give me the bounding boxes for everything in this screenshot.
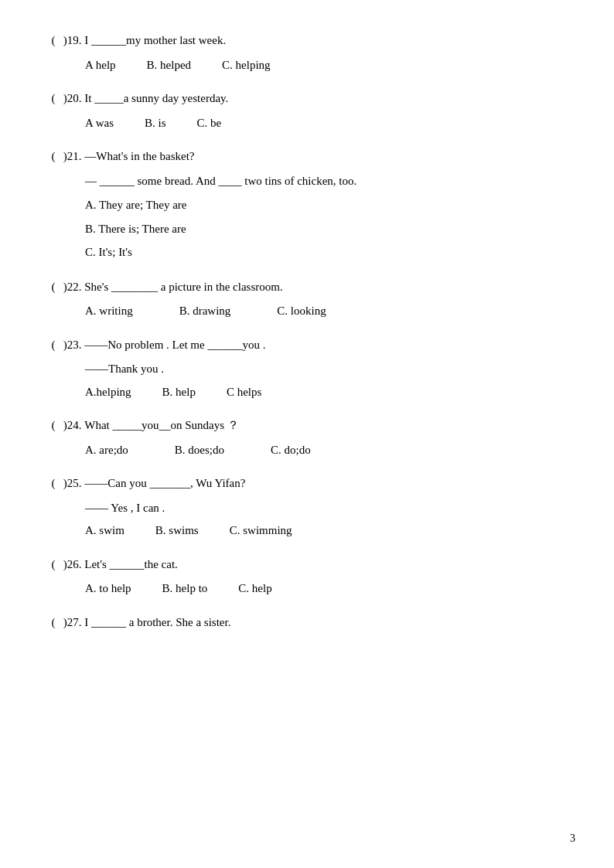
q19-text: I ______my mother last week. — [84, 31, 568, 51]
q24-option-c: C. do;do — [271, 441, 311, 461]
question-21: ( )21. —What's in the basket? — ______ s… — [46, 147, 568, 264]
q24-option-a: A. are;do — [85, 441, 128, 461]
q21-paren-close: )21. — [60, 147, 84, 167]
q26-paren: ( — [46, 555, 60, 575]
question-25: ( )25. ——Can you _______, Wu Yifan? —— Y… — [46, 474, 568, 541]
q25-text: ——Can you _______, Wu Yifan? — [84, 474, 568, 494]
q26-paren-close: )26. — [60, 555, 84, 575]
q21-sub-text: — ______ some bread. And ____ two tins o… — [85, 172, 568, 192]
q22-option-b: B. drawing — [179, 301, 231, 322]
q21-option-b: B. There is; There are — [85, 218, 568, 240]
q22-text: She's ________ a picture in the classroo… — [84, 277, 568, 298]
q26-options: A. to help B. help to C. help — [85, 579, 568, 599]
q20-option-b: B. is — [145, 114, 166, 134]
q23-options: A.helping B. help C helps — [85, 383, 568, 403]
question-24: ( )24. What _____you__on Sundays ？ A. ar… — [46, 416, 568, 460]
q22-option-c: C. looking — [277, 301, 326, 322]
q24-paren-close: )24. — [60, 416, 84, 436]
q23-text: ——No problem . Let me ______you . — [84, 335, 568, 356]
q24-text: What _____you__on Sundays ？ — [84, 416, 568, 436]
q20-options: A was B. is C. be — [85, 114, 568, 134]
q22-options: A. writing B. drawing C. looking — [85, 301, 568, 322]
q23-paren-close: )23. — [60, 335, 84, 356]
q25-paren-close: )25. — [60, 474, 84, 494]
q25-option-c: C. swimming — [230, 521, 292, 541]
q19-option-a: A help — [85, 56, 116, 76]
q25-sub-text: —— Yes , I can . — [85, 499, 568, 519]
q26-option-b: B. help to — [162, 579, 208, 599]
q24-options: A. are;do B. does;do C. do;do — [85, 441, 568, 461]
q21-paren: ( — [46, 147, 60, 167]
question-27: ( )27. I ______ a brother. She a sister. — [46, 613, 568, 633]
question-26: ( )26. Let's ______the cat. A. to help B… — [46, 555, 568, 599]
q19-option-b: B. helped — [147, 56, 192, 76]
q23-sub-text: ——Thank you . — [85, 359, 568, 380]
q19-option-c: C. helping — [222, 56, 271, 76]
q20-option-c: C. be — [197, 114, 222, 134]
q23-option-a: A.helping — [85, 383, 131, 403]
q20-option-a: A was — [85, 114, 114, 134]
q26-text: Let's ______the cat. — [84, 555, 568, 575]
q26-option-a: A. to help — [85, 579, 131, 599]
q22-paren-close: )22. — [60, 277, 84, 298]
q23-paren: ( — [46, 335, 60, 356]
q27-text: I ______ a brother. She a sister. — [84, 613, 568, 633]
q25-options: A. swim B. swims C. swimming — [85, 521, 568, 541]
q23-option-b: B. help — [162, 383, 196, 403]
q24-option-b: B. does;do — [175, 441, 224, 461]
q22-paren: ( — [46, 277, 60, 298]
q26-option-c: C. help — [238, 579, 271, 599]
question-19: ( )19. I ______my mother last week. A he… — [46, 31, 568, 75]
question-23: ( )23. ——No problem . Let me ______you .… — [46, 335, 568, 403]
q19-paren: ( — [46, 31, 60, 51]
question-22: ( )22. She's ________ a picture in the c… — [46, 277, 568, 322]
q27-paren-close: )27. — [60, 613, 84, 633]
q21-text: —What's in the basket? — [84, 147, 568, 167]
q21-option-c: C. It's; It's — [85, 241, 568, 264]
q22-option-a: A. writing — [85, 301, 133, 322]
page-number: 3 — [570, 832, 575, 845]
q20-paren-close: )20. — [60, 89, 84, 109]
q20-text: It _____a sunny day yesterday. — [84, 89, 568, 109]
q20-paren: ( — [46, 89, 60, 109]
q23-option-c: C helps — [227, 383, 261, 403]
q25-option-a: A. swim — [85, 521, 125, 541]
q19-options: A help B. helped C. helping — [85, 56, 568, 76]
question-20: ( )20. It _____a sunny day yesterday. A … — [46, 89, 568, 133]
q25-option-b: B. swims — [155, 521, 199, 541]
q19-paren-close: )19. — [60, 31, 84, 51]
q21-option-a: A. They are; They are — [85, 194, 568, 216]
q25-paren: ( — [46, 474, 60, 494]
q27-paren: ( — [46, 613, 60, 633]
q24-paren: ( — [46, 416, 60, 436]
